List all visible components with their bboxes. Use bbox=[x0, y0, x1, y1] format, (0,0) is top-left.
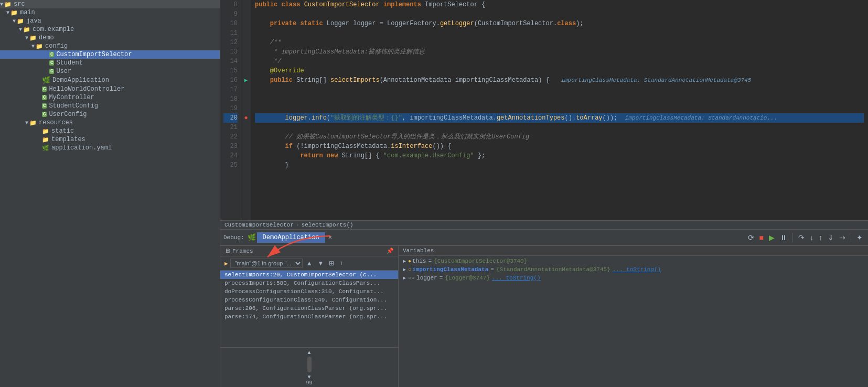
scroll-up-button[interactable]: ▲ bbox=[305, 349, 314, 356]
tree-item-user[interactable]: C User bbox=[0, 67, 220, 76]
yaml-icon: 🌿 bbox=[42, 145, 49, 152]
tree-item-userconfig[interactable]: C UserConfig bbox=[0, 110, 220, 119]
scroll-down-button[interactable]: ▼ bbox=[305, 373, 314, 380]
frames-panel: 🖥 Frames 📌 ▶ "main"@1 in group "... ▲ ▼ … bbox=[220, 246, 399, 387]
var-item-importingclassmetadata[interactable]: ▶ ○ importingClassMetadata = {StandardAn… bbox=[399, 265, 868, 274]
tree-item-static[interactable]: 📁 static bbox=[0, 127, 220, 135]
tree-label: application.yaml bbox=[51, 144, 112, 152]
field-icon: ○○ bbox=[408, 275, 414, 281]
tree-item-studentconfig[interactable]: C StudentConfig bbox=[0, 102, 220, 110]
frame-item[interactable]: parse:206, ConfigurationClassParser (org… bbox=[220, 304, 398, 313]
tree-item-demo[interactable]: ▼ 📁 demo bbox=[0, 34, 220, 42]
tree-item-src[interactable]: ▼ 📁 src bbox=[0, 0, 220, 8]
var-value: {Logger@3747} bbox=[445, 275, 490, 281]
thread-up-button[interactable]: ▲ bbox=[305, 259, 314, 267]
variables-title: Variables bbox=[403, 248, 434, 254]
var-equals: = bbox=[490, 266, 494, 273]
java-class-icon: C bbox=[42, 87, 47, 92]
thread-add-button[interactable]: + bbox=[338, 259, 345, 267]
chevron-icon: ▼ bbox=[13, 18, 16, 24]
tree-item-java[interactable]: ▼ 📁 java bbox=[0, 17, 220, 25]
frames-icon: 🖥 bbox=[224, 248, 230, 254]
tree-item-config[interactable]: ▼ 📁 config bbox=[0, 42, 220, 50]
thread-select[interactable]: "main"@1 in group "... bbox=[230, 259, 303, 268]
close-tab-icon[interactable]: ✕ bbox=[328, 233, 332, 241]
resume-button[interactable]: ▶ bbox=[767, 232, 777, 243]
var-tostring-link[interactable]: ... toString() bbox=[613, 266, 661, 273]
breadcrumb-class[interactable]: CustomImportSelector bbox=[224, 222, 294, 228]
pause-button[interactable]: ⏸ bbox=[778, 232, 789, 243]
tree-label: com.example bbox=[33, 26, 74, 33]
scroll-thumb bbox=[307, 357, 312, 372]
tree-item-templates[interactable]: 📁 templates bbox=[0, 135, 220, 144]
rerun-button[interactable]: ⟳ bbox=[746, 232, 756, 243]
tree-item-applicationyaml[interactable]: 🌿 application.yaml bbox=[0, 144, 220, 152]
chevron-icon: ▼ bbox=[19, 27, 22, 33]
frames-label: Frames bbox=[232, 248, 253, 254]
tree-item-demoapplication[interactable]: 🌿 DemoApplication bbox=[0, 76, 220, 85]
step-over-button[interactable]: ↷ bbox=[796, 232, 807, 243]
var-name: this bbox=[412, 258, 426, 264]
force-step-into-button[interactable]: ⇓ bbox=[826, 232, 836, 243]
thread-filter-button[interactable]: ⊞ bbox=[327, 259, 336, 267]
debug-label: Debug: bbox=[223, 234, 244, 241]
frame-item[interactable]: selectImports:20, CustomImportSelector (… bbox=[220, 271, 398, 279]
debug-app-tab[interactable]: DemoApplication bbox=[257, 232, 325, 243]
field-icon: ○ bbox=[408, 267, 411, 273]
frame-item[interactable]: processImports:580, ConfigurationClassPa… bbox=[220, 279, 398, 287]
evaluate-button[interactable]: ✦ bbox=[854, 232, 865, 243]
tree-item-resources[interactable]: ▼ 📁 resources bbox=[0, 119, 220, 127]
tree-item-helloworldcontroller[interactable]: C HelloWorldController bbox=[0, 85, 220, 93]
var-name: importingClassMetadata bbox=[412, 266, 488, 273]
var-name: logger bbox=[416, 275, 437, 281]
folder-icon: 📁 bbox=[29, 120, 37, 126]
java-class-icon: C bbox=[42, 112, 47, 117]
field-icon: ● bbox=[408, 259, 411, 264]
java-class-icon: C bbox=[42, 95, 47, 100]
code-line-8: public class CustomImportSelector implem… bbox=[255, 0, 864, 9]
gutter-markers: ▶ ● bbox=[241, 0, 251, 220]
step-out-button[interactable]: ↑ bbox=[817, 232, 824, 243]
folder-icon: 📁 bbox=[42, 128, 49, 135]
step-into-button[interactable]: ↓ bbox=[808, 232, 816, 243]
var-item-logger[interactable]: ▶ ○○ logger = {Logger@3747} ... toString… bbox=[399, 274, 868, 282]
file-tree: ▼ 📁 src ▼ 📁 main ▼ 📁 java ▼ 📁 com.exampl… bbox=[0, 0, 220, 387]
breadcrumb-method[interactable]: selectImports() bbox=[302, 222, 353, 228]
code-content[interactable]: public class CustomImportSelector implem… bbox=[251, 0, 868, 220]
tree-label: CustomImportSelector bbox=[56, 51, 132, 58]
var-item-this[interactable]: ▶ ● this = {CustomImportSelector@3740} bbox=[399, 257, 868, 265]
code-line-9 bbox=[255, 9, 864, 19]
tree-label: StudentConfig bbox=[49, 102, 98, 110]
app-icon: 🌿 bbox=[248, 233, 256, 242]
tree-item-student[interactable]: C Student bbox=[0, 59, 220, 67]
folder-icon: 📁 bbox=[4, 1, 12, 8]
editor-area: 8 9 10 11 12 13 14 15 16 17 18 19 20 21 … bbox=[220, 0, 868, 387]
frames-pin-icon[interactable]: 📌 bbox=[387, 248, 394, 254]
frame-item[interactable]: processConfigurationClass:249, Configura… bbox=[220, 296, 398, 304]
var-tostring-link[interactable]: ... toString() bbox=[492, 275, 540, 281]
frame-item[interactable]: parse:174, ConfigurationClassParser (org… bbox=[220, 313, 398, 321]
expand-icon[interactable]: ▶ bbox=[403, 266, 406, 273]
stop-button[interactable]: ■ bbox=[757, 232, 766, 243]
tree-item-mycontroller[interactable]: C MyController bbox=[0, 93, 220, 102]
folder-icon: 📁 bbox=[29, 35, 37, 41]
code-line-22: // 如果被CustomImportSelector导入的组件是类，那么我们就实… bbox=[255, 132, 864, 142]
bookmark-icon: ▶ bbox=[244, 78, 248, 83]
java-class-icon: C bbox=[42, 103, 47, 109]
thread-down-button[interactable]: ▼ bbox=[316, 259, 326, 267]
debug-panel: 🖥 Frames 📌 ▶ "main"@1 in group "... ▲ ▼ … bbox=[220, 245, 868, 387]
folder-icon: 📁 bbox=[17, 18, 24, 25]
tree-item-main[interactable]: ▼ 📁 main bbox=[0, 8, 220, 17]
frame-item[interactable]: doProcessConfigurationClass:310, Configu… bbox=[220, 287, 398, 296]
expand-icon[interactable]: ▶ bbox=[403, 275, 406, 281]
run-to-cursor-button[interactable]: ⇢ bbox=[837, 232, 848, 243]
frames-list: selectImports:20, CustomImportSelector (… bbox=[220, 271, 398, 347]
tree-label: resources bbox=[39, 119, 73, 126]
tree-item-comexample[interactable]: ▼ 📁 com.example bbox=[0, 25, 220, 34]
expand-icon[interactable]: ▶ bbox=[403, 258, 406, 264]
code-line-25: } bbox=[255, 160, 864, 170]
frame-count: 99 bbox=[306, 380, 312, 386]
tree-label: Student bbox=[56, 59, 82, 67]
toolbar-separator-2 bbox=[851, 233, 851, 242]
tree-item-customimportselector[interactable]: C CustomImportSelector bbox=[0, 50, 220, 59]
